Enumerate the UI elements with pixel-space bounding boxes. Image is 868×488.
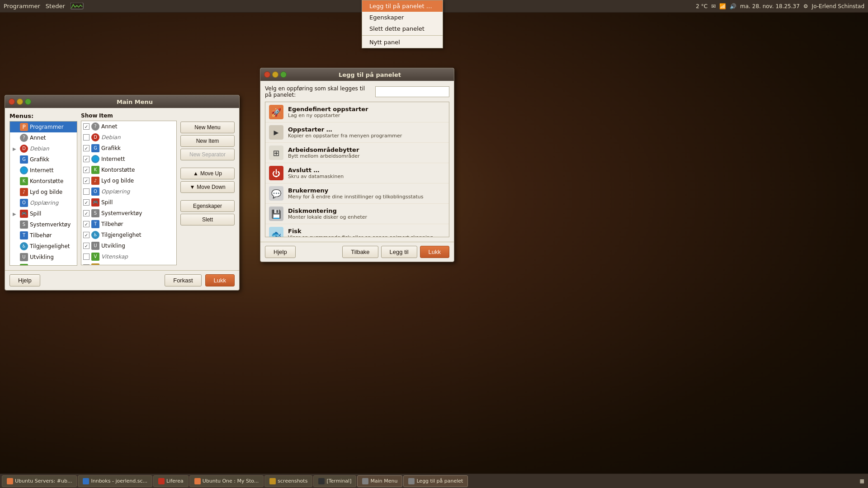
context-menu-item-egenskaper[interactable]: Egenskaper (362, 12, 443, 23)
menu-item-kontor[interactable]: K Kontorstøtte (10, 176, 77, 187)
new-menu-button[interactable]: New Menu (180, 122, 235, 133)
new-item-button[interactable]: New Item (180, 135, 235, 147)
annet-icon: ? (20, 134, 28, 142)
search-input[interactable] (375, 86, 449, 97)
liferea-label: Liferea (166, 478, 184, 484)
move-down-button[interactable]: ▼ Move Down (180, 181, 235, 193)
revert-button[interactable]: Forkast (165, 274, 201, 286)
taskbar-ubuntuone[interactable]: Ubuntu One : My Sto... (189, 475, 264, 487)
checkbox-kontor[interactable] (83, 167, 90, 173)
taskbar-terminal[interactable]: [Terminal] (313, 475, 356, 487)
legg-back-button[interactable]: Tilbake (342, 246, 378, 258)
close-btn[interactable] (9, 99, 15, 105)
menu-item-debian[interactable]: ▶ D Debian (10, 143, 77, 154)
legg-item-arbeids[interactable]: ⊞ Arbeidsområdebytter Bytt mellom arbeid… (265, 143, 449, 163)
checkbox-wine[interactable] (83, 264, 90, 265)
checkbox-internett[interactable] (83, 156, 90, 162)
legg-minimize-btn[interactable] (272, 71, 278, 78)
oppstarter-desc: Kopier en oppstarter fra menyen programm… (288, 133, 402, 139)
taskbar-legg[interactable]: Legg til på panelet (403, 475, 468, 487)
label-lyd: Lyd og bilde (101, 178, 134, 184)
menu-item-programmer[interactable]: P Programmer (10, 122, 77, 132)
menu-item-tilgjeng[interactable]: ♿ Tilgjengelighet (10, 241, 77, 252)
checkbox-lyd[interactable] (83, 178, 90, 184)
panel-programmer[interactable]: Programmer (4, 3, 40, 9)
legg-close-button[interactable]: Lukk (420, 246, 449, 258)
menus-list[interactable]: P Programmer ? Annet ▶ D Debian (9, 121, 77, 266)
context-menu-item-legg[interactable]: Legg til på panelet … (362, 0, 443, 12)
checkbox-utv[interactable] (83, 243, 90, 249)
item-oppla[interactable]: O Opplæring (81, 186, 176, 197)
menu-item-annet[interactable]: ? Annet (10, 132, 77, 143)
legg-item-avslutt[interactable]: ⏻ Avslutt … Skru av datamaskinen (265, 163, 449, 183)
item-annet[interactable]: ? Annet (81, 121, 176, 132)
legg-item-bruker[interactable]: 💬 Brukermeny Meny for å endre dine innst… (265, 183, 449, 204)
legg-item-disk[interactable]: 💾 Diskmontering Monter lokale disker og … (265, 204, 449, 224)
main-menu-title: Main Menu (34, 99, 236, 105)
label-grafikk: Grafikk (101, 145, 121, 151)
item-vit[interactable]: V Vitenskap (81, 251, 176, 262)
legg-list[interactable]: 🚀 Egendefinert oppstarter Lag en ny opps… (265, 102, 449, 237)
taskbar-mainmenu[interactable]: Main Menu (357, 475, 402, 487)
menu-item-oppla[interactable]: O Opplæring (10, 197, 77, 208)
panel-steder[interactable]: Steder (46, 3, 65, 9)
menu-item-system[interactable]: S Systemverktøy (10, 219, 77, 230)
items-list[interactable]: ? Annet D Debian G Gra (81, 121, 177, 265)
checkbox-oppla[interactable] (83, 188, 90, 195)
checkbox-debian[interactable] (83, 134, 90, 141)
egendefinert-icon: 🚀 (269, 105, 283, 119)
context-menu-item-nytt[interactable]: Nytt panel (362, 37, 443, 48)
screenshots-icon (269, 478, 276, 484)
mainmenu-icon (362, 478, 368, 484)
menu-item-spill[interactable]: ▶ 🎮 Spill (10, 208, 77, 219)
new-separator-button[interactable]: New Separator (180, 149, 235, 160)
disk-icon: 💾 (269, 206, 283, 221)
checkbox-spill[interactable] (83, 199, 90, 206)
item-lyd[interactable]: ♪ Lyd og bilde (81, 175, 176, 186)
maximize-btn[interactable] (25, 99, 31, 105)
item-internett[interactable]: 🌐 Internett (81, 154, 176, 164)
item-debian[interactable]: D Debian (81, 132, 176, 143)
legg-help-button[interactable]: Hjelp (265, 246, 296, 258)
menu-item-internett[interactable]: 🌐 Internett (10, 165, 77, 176)
taskbar-innboks[interactable]: Innboks - joerlend.sc... (78, 475, 152, 487)
checkbox-annet[interactable] (83, 123, 90, 130)
menu-item-tilbehor[interactable]: T Tilbehør (10, 230, 77, 241)
legg-item-oppstarter[interactable]: ▶ Oppstarter … Kopier en oppstarter fra … (265, 122, 449, 143)
help-button[interactable]: Hjelp (9, 274, 40, 286)
legg-close-btn[interactable] (264, 71, 270, 78)
item-tilbehor[interactable]: T Tilbehør (81, 219, 176, 230)
menu-item-lyd[interactable]: ♪ Lyd og bilde (10, 187, 77, 197)
minimize-btn[interactable] (17, 99, 23, 105)
legg-footer-right: Tilbake Legg til Lukk (342, 246, 449, 258)
checkbox-system[interactable] (83, 210, 90, 216)
checkbox-tilgjeng[interactable] (83, 232, 90, 238)
context-menu-item-slett[interactable]: Slett dette panelet (362, 23, 443, 34)
taskbar-liferea[interactable]: Liferea (153, 475, 189, 487)
legg-item-fisk[interactable]: 🐟 Fisk Viser en svømmende fisk eller en … (265, 224, 449, 237)
item-tilgjeng[interactable]: ♿ Tilgjengelighet (81, 230, 176, 240)
legg-maximize-btn[interactable] (280, 71, 287, 78)
delete-button[interactable]: Slett (180, 214, 235, 225)
close-main-button[interactable]: Lukk (205, 274, 235, 286)
legg-list-container: 🚀 Egendefinert oppstarter Lag en ny opps… (265, 102, 449, 237)
taskbar-ubuntu-servers[interactable]: Ubuntu Servers: #ub... (2, 475, 77, 487)
checkbox-grafikk[interactable] (83, 145, 90, 151)
item-utv[interactable]: U Utvikling (81, 240, 176, 251)
menu-item-vit[interactable]: V Vitenskap (10, 263, 77, 266)
legg-item-egendefinert[interactable]: 🚀 Egendefinert oppstarter Lag en ny opps… (265, 102, 449, 122)
move-up-button[interactable]: ▲ Move Up (180, 168, 235, 179)
item-system[interactable]: S Systemverktøy (81, 208, 176, 219)
properties-button[interactable]: Egenskaper (180, 200, 235, 212)
checkbox-tilbehor[interactable] (83, 221, 90, 227)
checkbox-vit[interactable] (83, 253, 90, 260)
item-spill[interactable]: 🎮 Spill (81, 197, 176, 208)
menu-item-utv[interactable]: U Utvikling (10, 252, 77, 263)
tilgjeng-icon: ♿ (20, 242, 28, 250)
item-wine[interactable]: W Wine (81, 262, 176, 265)
taskbar-screenshots[interactable]: screenshots (264, 475, 312, 487)
legg-add-button[interactable]: Legg til (381, 246, 417, 258)
item-kontor[interactable]: K Kontorstøtte (81, 164, 176, 175)
menu-item-grafikk[interactable]: G Grafikk (10, 154, 77, 165)
item-grafikk[interactable]: G Grafikk (81, 143, 176, 154)
